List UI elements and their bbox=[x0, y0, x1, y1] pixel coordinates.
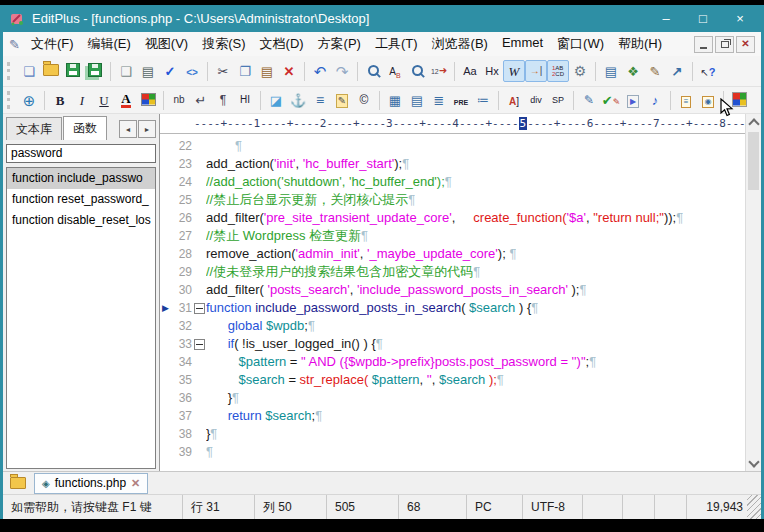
word-wrap-button[interactable]: W bbox=[503, 60, 525, 82]
view-source-button[interactable]: <> bbox=[181, 60, 203, 82]
open-file-button[interactable] bbox=[40, 60, 62, 82]
insert-anchor-button[interactable]: ⚓ bbox=[287, 89, 309, 111]
code-text[interactable]: //禁止 Wordpress 检查更新¶ bbox=[206, 227, 368, 245]
code-text[interactable]: $search = str_replace( $pattern, '', $se… bbox=[206, 371, 504, 389]
code-line-30[interactable]: 30add_filter( 'posts_search', 'include_p… bbox=[160, 281, 745, 299]
menu-item-d[interactable]: 文档(D) bbox=[253, 33, 311, 55]
fold-marker-icon[interactable] bbox=[192, 299, 206, 317]
browser-sync-button[interactable]: ↗ bbox=[666, 60, 688, 82]
line-numbers-button[interactable]: 1AB2CD bbox=[547, 60, 569, 82]
code-line-36[interactable]: 36 }¶ bbox=[160, 389, 745, 407]
save-all-button[interactable] bbox=[84, 60, 106, 82]
div-tag-button[interactable]: div bbox=[525, 89, 547, 111]
scrollbar-thumb[interactable] bbox=[748, 132, 759, 190]
insert-textarea-button[interactable]: ✎ bbox=[331, 89, 353, 111]
function-list-item[interactable]: function include_passwo bbox=[7, 168, 155, 189]
tab-scroll-left-icon[interactable]: ◄ bbox=[119, 120, 137, 138]
spell-check-button[interactable]: ✓ bbox=[159, 60, 181, 82]
code-line-32[interactable]: 32 global $wpdb;¶ bbox=[160, 317, 745, 335]
capitalize-button[interactable]: Aa bbox=[459, 60, 481, 82]
code-text[interactable]: add_filter( 'posts_search', 'include_pas… bbox=[206, 281, 586, 299]
preferences-button[interactable]: ⚙ bbox=[569, 60, 591, 82]
code-text[interactable]: $pattern = " AND ({$wpdb->prefix}posts.p… bbox=[206, 353, 596, 371]
delete-button[interactable]: ✕ bbox=[278, 60, 300, 82]
menu-item-h[interactable]: 帮助(H) bbox=[611, 33, 669, 55]
close-button[interactable]: × bbox=[725, 8, 755, 30]
print-preview-button[interactable]: ❑ bbox=[115, 60, 137, 82]
new-file-button[interactable]: ❏ bbox=[18, 60, 40, 82]
insert-table-button[interactable]: ▦ bbox=[384, 89, 406, 111]
horizontal-rule-button[interactable]: ≡ bbox=[309, 89, 331, 111]
code-text[interactable]: if( !is_user_logged_in() ) {¶ bbox=[206, 335, 383, 353]
code-text[interactable]: add_action('init', 'hc_buffer_start');¶ bbox=[206, 155, 409, 173]
underline-button[interactable]: U bbox=[93, 89, 115, 111]
code-line-23[interactable]: 23add_action('init', 'hc_buffer_start');… bbox=[160, 155, 745, 173]
redo-button[interactable]: ↷ bbox=[331, 60, 353, 82]
document-edit-window-button[interactable]: ✎ bbox=[644, 60, 666, 82]
color-palette-button[interactable] bbox=[137, 89, 159, 111]
context-help-button[interactable]: ↖? bbox=[697, 60, 719, 82]
menu-item-v[interactable]: 视图(V) bbox=[138, 33, 195, 55]
code-text[interactable]: //禁止后台显示更新，关闭核心提示¶ bbox=[206, 191, 415, 209]
code-area[interactable]: 22 ¶23add_action('init', 'hc_buffer_star… bbox=[160, 134, 745, 471]
toolbar-grip-2[interactable] bbox=[7, 91, 13, 109]
code-text[interactable]: }¶ bbox=[206, 389, 239, 407]
copy-button[interactable]: ❐ bbox=[234, 60, 256, 82]
copyright-symbol-button[interactable]: © bbox=[353, 89, 375, 111]
pre-tag-button[interactable]: PRE bbox=[450, 89, 472, 111]
code-text[interactable]: return $search;¶ bbox=[206, 407, 322, 425]
anchor-a-tag-button[interactable]: A] bbox=[503, 89, 525, 111]
tab-cliptext[interactable]: 文本库 bbox=[6, 117, 62, 140]
form-radio-button[interactable]: ◉ bbox=[697, 89, 719, 111]
menu-item-f[interactable]: 文件(F) bbox=[24, 33, 81, 55]
menu-item-p[interactable]: 方案(P) bbox=[311, 33, 368, 55]
mdi-restore-button[interactable] bbox=[715, 36, 734, 53]
code-text[interactable]: remove_action('admin_init', '_maybe_upda… bbox=[206, 245, 516, 263]
save-button[interactable] bbox=[62, 60, 84, 82]
italic-button[interactable]: I bbox=[71, 89, 93, 111]
tab-functions[interactable]: 函数 bbox=[63, 116, 107, 140]
replace-button[interactable]: AB bbox=[384, 60, 406, 82]
font-color-button[interactable]: A bbox=[115, 89, 137, 111]
heading-tag-button[interactable]: HI bbox=[234, 89, 256, 111]
custom-colors-button[interactable] bbox=[728, 89, 750, 111]
align-center-button[interactable]: ≣ bbox=[428, 89, 450, 111]
non-breaking-space-button[interactable]: nb bbox=[168, 89, 190, 111]
toolbar-grip[interactable] bbox=[7, 62, 13, 80]
bold-button[interactable]: B bbox=[49, 89, 71, 111]
code-text[interactable]: ¶ bbox=[206, 443, 213, 461]
code-line-26[interactable]: 26add_filter('pre_site_transient_update_… bbox=[160, 209, 745, 227]
scroll-down-icon[interactable] bbox=[746, 455, 761, 471]
resize-grip[interactable] bbox=[747, 495, 761, 519]
code-line-27[interactable]: 27//禁止 Wordpress 检查更新¶ bbox=[160, 227, 745, 245]
hex-view-button[interactable]: Hx bbox=[481, 60, 503, 82]
code-line-37[interactable]: 37 return $search;¶ bbox=[160, 407, 745, 425]
mdi-close-button[interactable]: ✕ bbox=[736, 36, 755, 53]
code-line-25[interactable]: 25//禁止后台显示更新，关闭核心提示¶ bbox=[160, 191, 745, 209]
code-line-28[interactable]: 28remove_action('admin_init', '_maybe_up… bbox=[160, 245, 745, 263]
goto-line-button[interactable]: 12➜ bbox=[428, 60, 450, 82]
vertical-scrollbar[interactable] bbox=[745, 114, 761, 471]
code-text[interactable]: //add_action('shutdown', 'hc_buffer_end'… bbox=[206, 173, 452, 191]
line-break-button[interactable]: ↵ bbox=[190, 89, 212, 111]
function-search-input[interactable] bbox=[6, 144, 156, 163]
cliptext-window-button[interactable]: ▤ bbox=[600, 60, 622, 82]
code-line-38[interactable]: 38}¶ bbox=[160, 425, 745, 443]
code-line-29[interactable]: 29//使未登录用户的搜索结果包含加密文章的代码¶ bbox=[160, 263, 745, 281]
code-text[interactable]: function include_password_posts_in_searc… bbox=[206, 299, 538, 317]
code-text[interactable]: }¶ bbox=[206, 425, 217, 443]
code-line-24[interactable]: 24//add_action('shutdown', 'hc_buffer_en… bbox=[160, 173, 745, 191]
fold-marker-icon[interactable] bbox=[192, 335, 206, 353]
maximize-button[interactable]: □ bbox=[688, 8, 718, 30]
insert-form-button[interactable]: ✎ bbox=[578, 89, 600, 111]
code-text[interactable]: add_filter('pre_site_transient_update_co… bbox=[206, 209, 683, 227]
form-listbox-button[interactable]: ≡ bbox=[675, 89, 697, 111]
minimize-button[interactable]: – bbox=[651, 8, 681, 30]
script-check-button[interactable]: ✔✎ bbox=[600, 89, 622, 111]
code-line-34[interactable]: 34 $pattern = " AND ({$wpdb->prefix}post… bbox=[160, 353, 745, 371]
code-line-33[interactable]: 33 if( !is_user_logged_in() ) {¶ bbox=[160, 335, 745, 353]
code-line-39[interactable]: 39¶ bbox=[160, 443, 745, 461]
insert-movie-button[interactable]: ▶ bbox=[622, 89, 644, 111]
document-tab-functions-php[interactable]: ◈ functions.php ✕ bbox=[34, 473, 148, 494]
menu-item-b[interactable]: 浏览器(B) bbox=[425, 33, 495, 55]
